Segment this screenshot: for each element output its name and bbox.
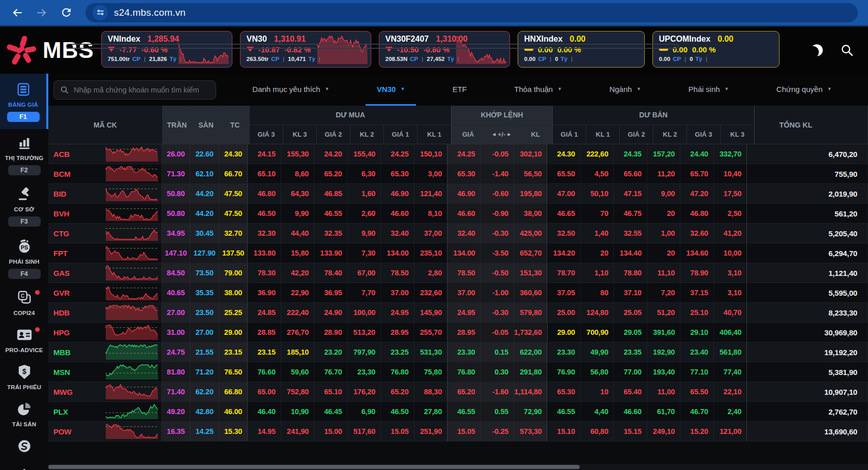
bid-volume-cell[interactable]: 59,60 <box>281 362 314 382</box>
match-volume-cell[interactable]: 151,30 <box>514 263 547 283</box>
match-change-cell[interactable]: -3.50 <box>481 243 514 263</box>
ask-volume-cell[interactable]: 61,70 <box>647 402 680 421</box>
floor-price-cell[interactable]: 30.45 <box>190 224 219 243</box>
bid-volume-cell[interactable]: 9,90 <box>348 224 381 243</box>
match-volume-cell[interactable]: 652,70 <box>514 243 547 263</box>
ceiling-price-cell[interactable]: 27.00 <box>162 303 190 322</box>
ask-price-cell[interactable]: 46.80 <box>680 204 713 223</box>
site-info-icon[interactable] <box>93 5 108 20</box>
ask-price-cell[interactable]: 77.00 <box>614 362 647 382</box>
bid-price-cell[interactable]: 46.60 <box>381 204 414 223</box>
bid-price-cell[interactable]: 76.80 <box>381 362 414 382</box>
index-card-vn30[interactable]: VN301,310.91-10.87-0.82 %263.50trCP|10,4… <box>240 31 371 68</box>
floor-price-cell[interactable]: 73.50 <box>190 263 219 283</box>
ask-price-cell[interactable]: 78.80 <box>614 263 647 283</box>
ask-price-cell[interactable]: 46.65 <box>547 204 580 223</box>
ask-price-cell[interactable]: 32.50 <box>547 224 580 243</box>
total-volume-cell[interactable]: 5,381,90 <box>747 362 868 382</box>
reference-price-cell[interactable]: 23.15 <box>219 342 248 362</box>
ask-price-cell[interactable]: 76.90 <box>547 362 580 382</box>
ask-price-cell[interactable]: 15.15 <box>614 422 647 441</box>
match-price-cell[interactable]: 24.25 <box>447 144 481 164</box>
bid-price-cell[interactable]: 46.80 <box>248 184 281 203</box>
bid-volume-cell[interactable]: 8,10 <box>414 204 447 223</box>
floor-price-cell[interactable]: 62.10 <box>190 164 219 183</box>
ask-price-cell[interactable]: 29.05 <box>614 323 647 342</box>
reference-price-cell[interactable]: 38.00 <box>219 283 248 302</box>
bid-volume-cell[interactable]: 276,70 <box>281 323 314 342</box>
ask-price-cell[interactable]: 15.20 <box>680 422 713 441</box>
stock-code-cell[interactable]: BVH <box>48 204 162 223</box>
stock-code-cell[interactable]: BCM <box>48 164 162 183</box>
ask-volume-cell[interactable]: 1,40 <box>581 224 614 243</box>
address-bar[interactable]: s24.mbs.com.vn <box>85 3 858 22</box>
ask-volume-cell[interactable]: 192,90 <box>647 342 680 362</box>
sidebar-item-co-so[interactable]: CƠ SỞF3 <box>0 180 48 232</box>
match-price-cell[interactable]: 76.80 <box>447 362 481 382</box>
tab-danh-muc-yeu-thich[interactable]: Danh mục yêu thích▼ <box>241 74 340 106</box>
mbs-logo[interactable]: MBS <box>0 35 101 66</box>
bid-volume-cell[interactable]: 42,20 <box>281 263 314 283</box>
sidebar-item-tai-san[interactable]: TÀI SẢN <box>0 395 48 432</box>
tab-phai-sinh[interactable]: Phái sinh▼ <box>677 74 740 106</box>
floor-price-cell[interactable]: 23.50 <box>190 303 219 322</box>
ask-price-cell[interactable]: 25.05 <box>614 303 647 322</box>
total-volume-cell[interactable]: 1,121,40 <box>747 263 868 283</box>
ask-volume-cell[interactable]: 406,40 <box>714 323 747 342</box>
ask-price-cell[interactable]: 29.10 <box>680 323 713 342</box>
match-price-cell[interactable]: 65.20 <box>447 382 481 401</box>
match-change-cell[interactable]: 0.30 <box>481 362 514 382</box>
match-change-cell[interactable]: -1.60 <box>481 382 514 401</box>
stock-code-cell[interactable]: POW <box>48 422 162 441</box>
forward-button[interactable] <box>32 3 52 23</box>
ask-volume-cell[interactable]: 2,40 <box>714 402 747 421</box>
ask-price-cell[interactable]: 32.60 <box>680 224 713 243</box>
bid-volume-cell[interactable]: 64,30 <box>281 184 314 203</box>
ask-volume-cell[interactable]: 56,80 <box>581 362 614 382</box>
ask-price-cell[interactable]: 29.00 <box>548 323 581 342</box>
tab-vn30[interactable]: VN30▼ <box>366 74 416 106</box>
bid-price-cell[interactable]: 28.90 <box>314 323 347 342</box>
bid-volume-cell[interactable]: 15,80 <box>281 243 314 263</box>
ask-price-cell[interactable]: 78.90 <box>680 263 713 283</box>
ask-price-cell[interactable]: 37.15 <box>680 283 713 302</box>
total-volume-cell[interactable]: 6,294,70 <box>747 243 868 263</box>
match-change-cell[interactable]: -0.05 <box>481 144 514 164</box>
bid-price-cell[interactable]: 24.95 <box>381 303 414 322</box>
bid-price-cell[interactable]: 65.10 <box>248 164 281 183</box>
bid-price-cell[interactable]: 78.40 <box>314 263 347 283</box>
bid-price-cell[interactable]: 76.70 <box>314 362 347 382</box>
ask-price-cell[interactable]: 25.00 <box>547 303 580 322</box>
sidebar-item-collapse[interactable] <box>0 461 48 470</box>
ask-volume-cell[interactable]: 17,50 <box>714 184 747 203</box>
ask-volume-cell[interactable]: 11,20 <box>647 164 680 183</box>
match-price-cell[interactable]: 24.95 <box>447 303 481 322</box>
floor-price-cell[interactable]: 44.20 <box>190 204 219 223</box>
bid-volume-cell[interactable]: 22,90 <box>281 283 314 302</box>
floor-price-cell[interactable]: 127.90 <box>190 243 219 263</box>
match-volume-cell[interactable]: 302,10 <box>514 144 547 164</box>
match-volume-cell[interactable]: 425,00 <box>514 224 547 243</box>
bid-volume-cell[interactable]: 8,60 <box>281 164 314 183</box>
match-change-cell[interactable]: -1.00 <box>481 283 514 302</box>
total-volume-cell[interactable]: 8,233,30 <box>747 303 868 322</box>
cards-scrollbar[interactable] <box>66 44 679 49</box>
ask-volume-cell[interactable]: 3,10 <box>714 283 747 302</box>
reference-price-cell[interactable]: 76.50 <box>219 362 248 382</box>
back-button[interactable] <box>7 3 27 23</box>
match-volume-cell[interactable]: 622,00 <box>514 342 547 362</box>
ask-price-cell[interactable]: 46.55 <box>547 402 580 421</box>
reference-price-cell[interactable]: 24.30 <box>219 144 248 164</box>
ask-price-cell[interactable]: 23.35 <box>614 342 647 362</box>
ask-price-cell[interactable]: 77.10 <box>680 362 713 382</box>
ask-price-cell[interactable]: 47.20 <box>680 184 713 203</box>
match-volume-cell[interactable]: 291,80 <box>514 362 547 382</box>
ask-volume-cell[interactable]: 157,20 <box>647 144 680 164</box>
bid-volume-cell[interactable]: 75,80 <box>414 362 447 382</box>
bid-price-cell[interactable]: 76.60 <box>248 362 281 382</box>
ask-volume-cell[interactable]: 7,20 <box>647 283 680 302</box>
bid-price-cell[interactable]: 28.85 <box>248 323 281 342</box>
tab-nganh[interactable]: Ngành▼ <box>598 74 652 106</box>
ask-price-cell[interactable]: 65.30 <box>547 382 580 401</box>
match-change-cell[interactable]: -1.40 <box>481 164 514 183</box>
